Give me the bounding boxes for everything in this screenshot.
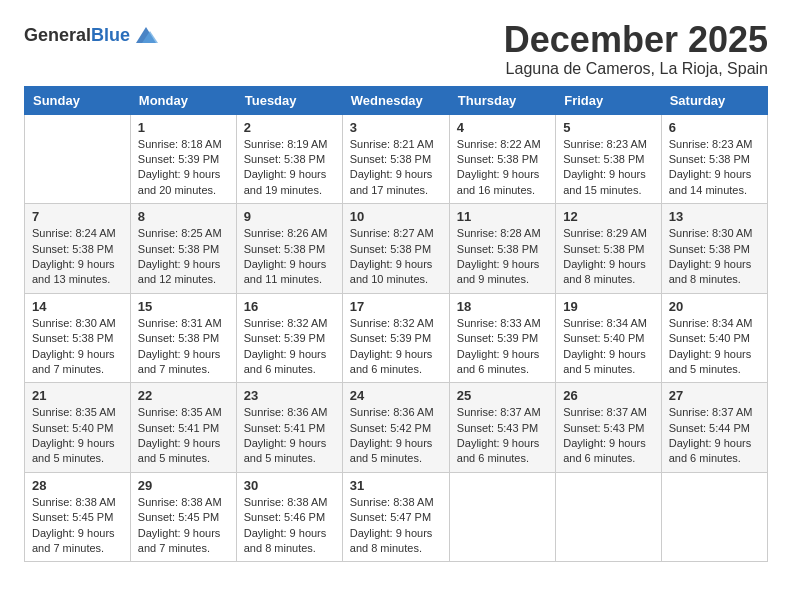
cell-info: Sunrise: 8:37 AMSunset: 5:43 PMDaylight:… bbox=[457, 405, 548, 467]
location-title: Laguna de Cameros, La Rioja, Spain bbox=[504, 60, 768, 78]
day-number: 31 bbox=[350, 478, 442, 493]
calendar-cell: 31Sunrise: 8:38 AMSunset: 5:47 PMDayligh… bbox=[342, 472, 449, 562]
day-number: 9 bbox=[244, 209, 335, 224]
calendar-cell: 11Sunrise: 8:28 AMSunset: 5:38 PMDayligh… bbox=[449, 204, 555, 294]
day-header-saturday: Saturday bbox=[661, 86, 767, 114]
calendar-cell: 25Sunrise: 8:37 AMSunset: 5:43 PMDayligh… bbox=[449, 383, 555, 473]
calendar-cell: 8Sunrise: 8:25 AMSunset: 5:38 PMDaylight… bbox=[130, 204, 236, 294]
calendar-cell: 18Sunrise: 8:33 AMSunset: 5:39 PMDayligh… bbox=[449, 293, 555, 383]
calendar-cell: 3Sunrise: 8:21 AMSunset: 5:38 PMDaylight… bbox=[342, 114, 449, 204]
day-number: 24 bbox=[350, 388, 442, 403]
cell-info: Sunrise: 8:33 AMSunset: 5:39 PMDaylight:… bbox=[457, 316, 548, 378]
cell-info: Sunrise: 8:23 AMSunset: 5:38 PMDaylight:… bbox=[669, 137, 760, 199]
day-number: 4 bbox=[457, 120, 548, 135]
cell-info: Sunrise: 8:38 AMSunset: 5:45 PMDaylight:… bbox=[138, 495, 229, 557]
cell-info: Sunrise: 8:32 AMSunset: 5:39 PMDaylight:… bbox=[350, 316, 442, 378]
day-number: 17 bbox=[350, 299, 442, 314]
calendar-cell: 27Sunrise: 8:37 AMSunset: 5:44 PMDayligh… bbox=[661, 383, 767, 473]
calendar-week-5: 28Sunrise: 8:38 AMSunset: 5:45 PMDayligh… bbox=[25, 472, 768, 562]
calendar-cell: 6Sunrise: 8:23 AMSunset: 5:38 PMDaylight… bbox=[661, 114, 767, 204]
day-header-sunday: Sunday bbox=[25, 86, 131, 114]
calendar-cell: 13Sunrise: 8:30 AMSunset: 5:38 PMDayligh… bbox=[661, 204, 767, 294]
day-number: 12 bbox=[563, 209, 654, 224]
calendar-week-3: 14Sunrise: 8:30 AMSunset: 5:38 PMDayligh… bbox=[25, 293, 768, 383]
day-number: 11 bbox=[457, 209, 548, 224]
calendar-cell: 14Sunrise: 8:30 AMSunset: 5:38 PMDayligh… bbox=[25, 293, 131, 383]
day-number: 26 bbox=[563, 388, 654, 403]
calendar-cell: 1Sunrise: 8:18 AMSunset: 5:39 PMDaylight… bbox=[130, 114, 236, 204]
cell-info: Sunrise: 8:36 AMSunset: 5:42 PMDaylight:… bbox=[350, 405, 442, 467]
logo-general: General bbox=[24, 25, 91, 45]
calendar-cell: 19Sunrise: 8:34 AMSunset: 5:40 PMDayligh… bbox=[556, 293, 662, 383]
cell-info: Sunrise: 8:38 AMSunset: 5:45 PMDaylight:… bbox=[32, 495, 123, 557]
cell-info: Sunrise: 8:21 AMSunset: 5:38 PMDaylight:… bbox=[350, 137, 442, 199]
cell-info: Sunrise: 8:35 AMSunset: 5:40 PMDaylight:… bbox=[32, 405, 123, 467]
day-number: 23 bbox=[244, 388, 335, 403]
day-number: 21 bbox=[32, 388, 123, 403]
day-number: 2 bbox=[244, 120, 335, 135]
day-number: 30 bbox=[244, 478, 335, 493]
day-number: 13 bbox=[669, 209, 760, 224]
day-number: 22 bbox=[138, 388, 229, 403]
day-header-friday: Friday bbox=[556, 86, 662, 114]
calendar-cell: 26Sunrise: 8:37 AMSunset: 5:43 PMDayligh… bbox=[556, 383, 662, 473]
calendar-table: SundayMondayTuesdayWednesdayThursdayFrid… bbox=[24, 86, 768, 563]
day-number: 18 bbox=[457, 299, 548, 314]
day-number: 6 bbox=[669, 120, 760, 135]
calendar-cell: 12Sunrise: 8:29 AMSunset: 5:38 PMDayligh… bbox=[556, 204, 662, 294]
calendar-cell: 2Sunrise: 8:19 AMSunset: 5:38 PMDaylight… bbox=[236, 114, 342, 204]
cell-info: Sunrise: 8:32 AMSunset: 5:39 PMDaylight:… bbox=[244, 316, 335, 378]
day-number: 8 bbox=[138, 209, 229, 224]
logo-icon bbox=[132, 24, 160, 48]
calendar-cell: 20Sunrise: 8:34 AMSunset: 5:40 PMDayligh… bbox=[661, 293, 767, 383]
day-number: 27 bbox=[669, 388, 760, 403]
day-number: 1 bbox=[138, 120, 229, 135]
day-number: 16 bbox=[244, 299, 335, 314]
calendar-cell: 28Sunrise: 8:38 AMSunset: 5:45 PMDayligh… bbox=[25, 472, 131, 562]
cell-info: Sunrise: 8:30 AMSunset: 5:38 PMDaylight:… bbox=[669, 226, 760, 288]
day-number: 25 bbox=[457, 388, 548, 403]
calendar-cell: 30Sunrise: 8:38 AMSunset: 5:46 PMDayligh… bbox=[236, 472, 342, 562]
day-number: 14 bbox=[32, 299, 123, 314]
calendar-week-2: 7Sunrise: 8:24 AMSunset: 5:38 PMDaylight… bbox=[25, 204, 768, 294]
day-number: 7 bbox=[32, 209, 123, 224]
day-header-wednesday: Wednesday bbox=[342, 86, 449, 114]
header-row: SundayMondayTuesdayWednesdayThursdayFrid… bbox=[25, 86, 768, 114]
calendar-cell bbox=[661, 472, 767, 562]
day-number: 20 bbox=[669, 299, 760, 314]
calendar-week-4: 21Sunrise: 8:35 AMSunset: 5:40 PMDayligh… bbox=[25, 383, 768, 473]
calendar-cell bbox=[556, 472, 662, 562]
calendar-cell: 10Sunrise: 8:27 AMSunset: 5:38 PMDayligh… bbox=[342, 204, 449, 294]
day-header-tuesday: Tuesday bbox=[236, 86, 342, 114]
logo: GeneralBlue bbox=[24, 24, 160, 48]
cell-info: Sunrise: 8:34 AMSunset: 5:40 PMDaylight:… bbox=[563, 316, 654, 378]
day-number: 5 bbox=[563, 120, 654, 135]
cell-info: Sunrise: 8:26 AMSunset: 5:38 PMDaylight:… bbox=[244, 226, 335, 288]
cell-info: Sunrise: 8:38 AMSunset: 5:46 PMDaylight:… bbox=[244, 495, 335, 557]
calendar-cell: 7Sunrise: 8:24 AMSunset: 5:38 PMDaylight… bbox=[25, 204, 131, 294]
calendar-cell bbox=[449, 472, 555, 562]
day-number: 28 bbox=[32, 478, 123, 493]
page-header: GeneralBlue December 2025 Laguna de Came… bbox=[24, 20, 768, 78]
cell-info: Sunrise: 8:31 AMSunset: 5:38 PMDaylight:… bbox=[138, 316, 229, 378]
calendar-cell: 24Sunrise: 8:36 AMSunset: 5:42 PMDayligh… bbox=[342, 383, 449, 473]
cell-info: Sunrise: 8:23 AMSunset: 5:38 PMDaylight:… bbox=[563, 137, 654, 199]
calendar-cell: 4Sunrise: 8:22 AMSunset: 5:38 PMDaylight… bbox=[449, 114, 555, 204]
cell-info: Sunrise: 8:36 AMSunset: 5:41 PMDaylight:… bbox=[244, 405, 335, 467]
cell-info: Sunrise: 8:27 AMSunset: 5:38 PMDaylight:… bbox=[350, 226, 442, 288]
logo-blue: Blue bbox=[91, 25, 130, 45]
calendar-cell: 21Sunrise: 8:35 AMSunset: 5:40 PMDayligh… bbox=[25, 383, 131, 473]
day-number: 15 bbox=[138, 299, 229, 314]
day-number: 10 bbox=[350, 209, 442, 224]
day-header-monday: Monday bbox=[130, 86, 236, 114]
calendar-week-1: 1Sunrise: 8:18 AMSunset: 5:39 PMDaylight… bbox=[25, 114, 768, 204]
calendar-cell: 15Sunrise: 8:31 AMSunset: 5:38 PMDayligh… bbox=[130, 293, 236, 383]
cell-info: Sunrise: 8:37 AMSunset: 5:44 PMDaylight:… bbox=[669, 405, 760, 467]
month-title: December 2025 bbox=[504, 20, 768, 60]
cell-info: Sunrise: 8:24 AMSunset: 5:38 PMDaylight:… bbox=[32, 226, 123, 288]
calendar-cell: 5Sunrise: 8:23 AMSunset: 5:38 PMDaylight… bbox=[556, 114, 662, 204]
day-header-thursday: Thursday bbox=[449, 86, 555, 114]
cell-info: Sunrise: 8:35 AMSunset: 5:41 PMDaylight:… bbox=[138, 405, 229, 467]
calendar-cell bbox=[25, 114, 131, 204]
calendar-cell: 17Sunrise: 8:32 AMSunset: 5:39 PMDayligh… bbox=[342, 293, 449, 383]
